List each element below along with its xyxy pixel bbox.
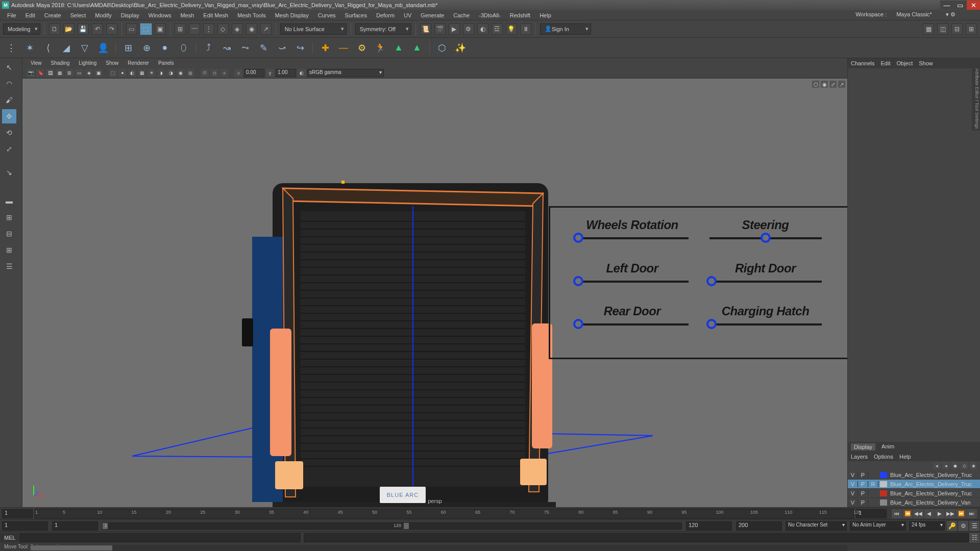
signin-dropdown[interactable]: 👤 Sign In [540, 23, 591, 35]
vp-xray-icon[interactable]: ◇ [210, 69, 218, 77]
vp-shade-flat-icon[interactable]: ◐ [128, 69, 136, 77]
menu-edit[interactable]: Edit [21, 11, 39, 19]
menu-windows[interactable]: Windows [144, 11, 176, 19]
layer-new-icon[interactable]: ◈ [970, 462, 977, 469]
vp-menu-renderer[interactable]: Renderer [124, 60, 153, 66]
menu-select[interactable]: Select [66, 11, 90, 19]
vp-shade-ao-icon[interactable]: ◑ [167, 69, 175, 77]
snap-curve-icon[interactable]: 〰 [189, 23, 200, 35]
vp-color-icon[interactable]: ◐ [298, 69, 306, 77]
menu-file[interactable]: File [3, 11, 20, 19]
lattice-icon[interactable]: ⊞ [121, 41, 135, 55]
sel-edge-icon[interactable]: ⟨ [41, 41, 55, 55]
step-fwd-icon[interactable]: ▶▶ [945, 509, 955, 518]
workspace-selector[interactable]: Workspace : Maya Classic* ▾ ⚙ [851, 11, 960, 18]
sphere-wire-icon[interactable]: ⊕ [139, 41, 154, 55]
vp-film-icon[interactable]: ▭ [75, 69, 83, 77]
cb-object[interactable]: Object [896, 60, 913, 66]
menu-surfaces[interactable]: Surfaces [341, 11, 371, 19]
layer-down-icon[interactable]: ◂ [942, 462, 949, 469]
character-set-dropdown[interactable]: No Character Set [786, 521, 847, 531]
layout-three-icon[interactable]: ⊞ [2, 243, 16, 257]
layer-tab-display[interactable]: Display [851, 443, 875, 450]
step-back-key-icon[interactable]: ⏪ [902, 509, 913, 518]
tool-b-icon[interactable]: ✨ [453, 41, 468, 55]
curve-6-icon[interactable]: ↪ [293, 41, 307, 55]
tool-a-icon[interactable]: ⬡ [435, 41, 449, 55]
range-prefs-icon[interactable]: ☰ [969, 520, 980, 532]
last-tool-icon[interactable]: ↘ [2, 165, 16, 180]
vp-shade-ms-icon[interactable]: ◉ [177, 69, 185, 77]
vp-menu-lighting[interactable]: Lighting [75, 60, 101, 66]
vp-grid-icon[interactable]: ⊞ [65, 69, 74, 77]
vp-image-icon[interactable]: 🖼 [46, 69, 54, 77]
go-start-icon[interactable]: ⏮ [892, 509, 902, 518]
vp-bookmark-icon[interactable]: 🔖 [36, 69, 44, 77]
vp-shade-shadow-icon[interactable]: ◗ [157, 69, 165, 77]
layer-new-empty-icon[interactable]: ◆ [951, 462, 959, 469]
vp-exposure-input[interactable]: 0.00 [244, 69, 264, 77]
ipr-icon[interactable]: ▶ [449, 23, 460, 35]
vp-menu-show[interactable]: Show [102, 60, 122, 66]
curve-2-icon[interactable]: ↝ [219, 41, 234, 55]
vp-isolate-icon[interactable]: ☉ [201, 69, 209, 77]
vp-shade-wire-icon[interactable]: ⬚ [109, 69, 117, 77]
time-current-start[interactable]: 1 [2, 509, 33, 518]
range-track[interactable]: 1 120 [102, 522, 682, 530]
vp-corner-1-icon[interactable]: ⬡ [812, 81, 819, 88]
play-fwd-icon[interactable]: ▶ [935, 509, 945, 518]
sel-uv-icon[interactable]: ▽ [78, 41, 92, 55]
sculpt-3-icon[interactable]: ⚙ [355, 41, 369, 55]
menu-create[interactable]: Create [40, 11, 65, 19]
viewport-scrollbar[interactable] [31, 545, 847, 551]
layout-four-icon[interactable]: ⊞ [2, 210, 16, 224]
layout-2-icon[interactable]: ◫ [937, 23, 948, 35]
time-track[interactable]: 1510152025303540455055606570758085909510… [35, 509, 854, 519]
command-input[interactable] [20, 533, 301, 542]
layer-row[interactable]: VPBlue_Arc_Electric_Delivery_Truc [848, 489, 980, 498]
select-tool-icon[interactable]: ↖ [2, 60, 16, 74]
sculpt-4-icon[interactable]: 🏃 [373, 41, 387, 55]
redo-icon[interactable]: ↷ [106, 23, 117, 35]
play-back-icon[interactable]: ◀ [924, 509, 934, 518]
script-editor-icon[interactable]: ☷ [969, 532, 980, 543]
step-back-icon[interactable]: ◀◀ [913, 509, 923, 518]
sel-object-icon[interactable]: 👤 [96, 41, 110, 55]
curve-4-icon[interactable]: ✎ [256, 41, 271, 55]
menu-meshtools[interactable]: Mesh Tools [233, 11, 270, 19]
layer-tab-anim[interactable]: Anim [881, 443, 894, 450]
ctrl-steering-slider[interactable] [709, 237, 822, 239]
range-end-input[interactable]: 200 [736, 521, 782, 531]
menu-modify[interactable]: Modify [91, 11, 115, 19]
new-scene-icon[interactable]: 🗋 [49, 23, 60, 35]
snap-center-icon[interactable]: ◉ [246, 23, 257, 35]
curve-1-icon[interactable]: ⤴ [201, 41, 215, 55]
symmetry-dropdown[interactable]: Symmetry: Off [355, 23, 411, 35]
render-setup-icon[interactable]: ☲ [492, 23, 503, 35]
cmd-lang-label[interactable]: MEL [0, 533, 20, 542]
snap-view-icon[interactable]: ↗ [260, 23, 272, 35]
sculpt-1-icon[interactable]: ✚ [318, 41, 332, 55]
scale-tool-icon[interactable]: ⤢ [2, 142, 16, 156]
ctrl-reardoor-slider[interactable] [576, 323, 689, 325]
range-playstart-input[interactable]: 1 [52, 521, 98, 531]
render-settings-icon[interactable]: ⚙ [463, 23, 474, 35]
light-editor-icon[interactable]: 💡 [506, 23, 517, 35]
ctrl-wheels-slider[interactable] [576, 237, 689, 239]
cylinder-icon[interactable]: ⬯ [176, 41, 190, 55]
vp-shade-dof-icon[interactable]: ◎ [186, 69, 194, 77]
attribute-editor-tab[interactable]: Attribute Editor / Tool Settings [972, 66, 980, 131]
range-playend-input[interactable]: 120 [686, 521, 732, 531]
vp-colorspace-dropdown[interactable]: sRGB gamma [307, 69, 384, 77]
menu-generate[interactable]: Generate [416, 11, 448, 19]
fps-dropdown[interactable]: 24 fps [909, 521, 945, 531]
curve-5-icon[interactable]: ⤻ [275, 41, 289, 55]
live-surface-dropdown[interactable]: No Live Surface [280, 23, 347, 35]
step-fwd-key-icon[interactable]: ⏩ [956, 509, 966, 518]
cb-channels[interactable]: Channels [851, 60, 874, 66]
vp-gamma-input[interactable]: 1.00 [276, 69, 296, 77]
curve-3-icon[interactable]: ⤳ [238, 41, 252, 55]
paint-select-icon[interactable]: 🖌 [2, 93, 16, 107]
vp-corner-4-icon[interactable]: ↗ [838, 81, 845, 88]
layer-row[interactable]: VPRBlue_Arc_Electric_Delivery_Truc [848, 480, 980, 489]
